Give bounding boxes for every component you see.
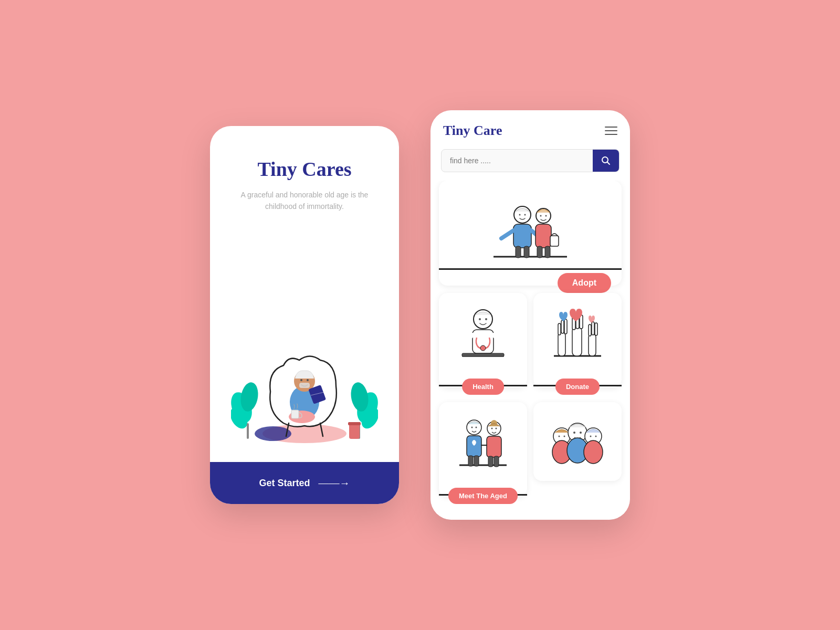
svg-line-24 <box>607 162 610 165</box>
svg-rect-74 <box>589 334 596 356</box>
svg-point-88 <box>595 436 597 437</box>
left-footer[interactable]: Get Started ——→ <box>210 462 399 504</box>
svg-rect-66 <box>558 332 565 356</box>
svg-point-16 <box>300 379 302 381</box>
svg-rect-62 <box>488 456 493 467</box>
svg-rect-56 <box>474 456 479 466</box>
svg-point-28 <box>524 214 526 216</box>
adopt-card-divider <box>439 268 622 270</box>
svg-point-83 <box>573 432 575 434</box>
svg-rect-70 <box>572 327 582 356</box>
svg-point-44 <box>485 318 487 320</box>
svg-point-80 <box>564 436 565 437</box>
svg-rect-69 <box>564 319 567 334</box>
left-app-title: Tiny Cares <box>257 158 351 181</box>
svg-rect-68 <box>561 320 564 333</box>
left-app-subtitle: A graceful and honorable old age is the … <box>210 189 399 213</box>
svg-point-89 <box>584 440 603 464</box>
svg-rect-29 <box>513 224 531 248</box>
svg-point-60 <box>496 428 497 429</box>
meet-aged-card[interactable]: Meet The Aged <box>439 402 527 497</box>
right-cards-col: Donate <box>533 293 622 497</box>
cards-bottom-row: Health <box>439 293 622 497</box>
cards-area: Adopt <box>430 181 630 520</box>
meet-aged-label[interactable]: Meet The Aged <box>448 488 518 504</box>
svg-rect-55 <box>468 456 473 466</box>
svg-rect-37 <box>536 224 551 248</box>
adopt-label[interactable]: Adopt <box>558 273 611 293</box>
svg-point-59 <box>491 428 493 429</box>
donate-label[interactable]: Donate <box>555 379 600 395</box>
family-illustration <box>549 413 606 470</box>
svg-point-43 <box>479 318 481 320</box>
svg-rect-33 <box>524 246 529 258</box>
svg-rect-18 <box>299 383 310 388</box>
menu-line-1 <box>605 127 617 128</box>
svg-point-79 <box>559 436 560 437</box>
svg-point-53 <box>476 427 477 428</box>
svg-point-87 <box>590 436 592 437</box>
svg-line-48 <box>494 335 501 343</box>
svg-rect-49 <box>462 353 504 356</box>
menu-line-2 <box>605 130 617 131</box>
search-icon <box>601 156 611 165</box>
svg-rect-40 <box>545 246 550 258</box>
svg-point-52 <box>471 427 473 428</box>
right-app-title: Tiny Care <box>443 123 502 139</box>
search-button[interactable] <box>593 150 619 172</box>
svg-rect-22 <box>291 410 299 418</box>
svg-point-27 <box>519 214 521 216</box>
svg-rect-75 <box>589 324 591 336</box>
svg-rect-76 <box>592 322 594 335</box>
meet-aged-illustration <box>439 402 527 497</box>
left-phone: Tiny Cares A graceful and honorable old … <box>210 126 399 504</box>
adopt-card[interactable]: Adopt <box>439 181 622 286</box>
svg-point-35 <box>540 215 542 217</box>
svg-point-11 <box>255 426 291 441</box>
search-bar <box>441 149 620 172</box>
svg-point-46 <box>480 345 486 351</box>
svg-rect-61 <box>487 436 501 457</box>
svg-point-84 <box>580 432 582 434</box>
family-card[interactable] <box>533 402 622 481</box>
left-illustration <box>210 304 399 462</box>
search-input[interactable] <box>442 150 593 171</box>
right-phone: Tiny Care <box>430 110 630 520</box>
menu-line-3 <box>605 134 617 135</box>
svg-rect-63 <box>494 456 499 467</box>
menu-button[interactable] <box>605 127 617 135</box>
svg-rect-32 <box>516 246 521 258</box>
svg-rect-3 <box>247 423 249 439</box>
health-illustration <box>439 293 527 387</box>
svg-rect-77 <box>595 323 597 335</box>
arrow-icon: ——→ <box>319 477 350 489</box>
svg-point-17 <box>307 379 309 381</box>
health-label[interactable]: Health <box>462 379 504 395</box>
donate-card[interactable]: Donate <box>533 293 622 387</box>
svg-rect-67 <box>558 323 561 335</box>
chair-illustration <box>252 329 357 446</box>
svg-rect-38 <box>550 236 559 246</box>
left-cards-col: Health <box>439 293 527 497</box>
svg-rect-39 <box>537 246 542 258</box>
adopt-illustration <box>439 181 622 286</box>
svg-point-36 <box>545 215 547 217</box>
donate-illustration <box>533 293 622 387</box>
health-card[interactable]: Health <box>439 293 527 387</box>
svg-line-47 <box>465 335 472 343</box>
right-header: Tiny Care <box>430 110 630 145</box>
svg-line-30 <box>501 230 513 238</box>
get-started-label: Get Started <box>259 478 310 489</box>
svg-rect-54 <box>467 436 481 457</box>
